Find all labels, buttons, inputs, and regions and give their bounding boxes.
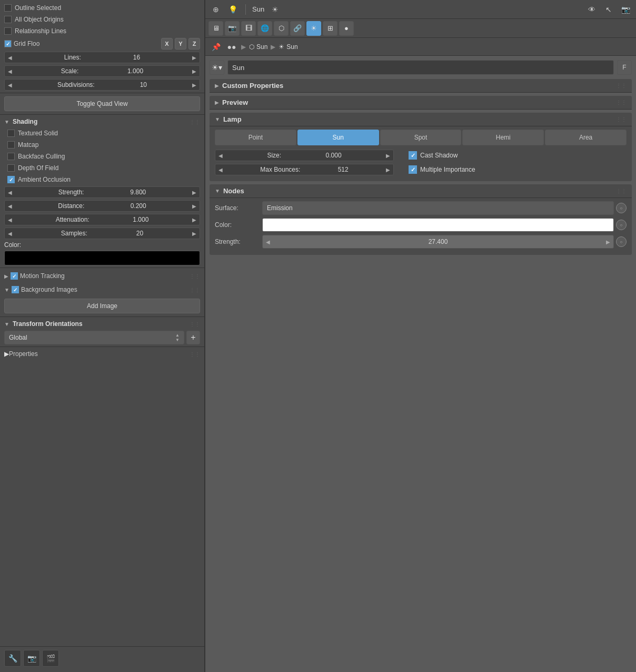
bottom-icon-2[interactable]: 📷 (23, 650, 40, 667)
motion-tracking-row[interactable]: ▶ Motion Tracking ⋮⋮ (0, 269, 204, 283)
all-object-origins-label: All Object Origins (15, 16, 64, 23)
all-object-origins-checkbox[interactable] (4, 16, 12, 23)
ao-distance-decrement[interactable]: ◀ (8, 203, 12, 209)
sun-icon[interactable]: ☀ (269, 3, 281, 16)
custom-properties-header[interactable]: ▶ Custom Properties ⋮⋮ (210, 79, 632, 93)
max-bounces-decrement[interactable]: ◀ (218, 167, 223, 173)
cursor-icon[interactable]: ↖ (602, 3, 615, 16)
color-node-circle[interactable]: ○ (616, 220, 627, 230)
lines-increment[interactable]: ▶ (192, 55, 196, 61)
outline-selected-checkbox[interactable] (4, 4, 12, 12)
max-bounces-increment[interactable]: ▶ (386, 167, 390, 173)
lamp-tab-point[interactable]: Point (215, 130, 296, 145)
matcap-checkbox[interactable] (7, 141, 15, 149)
ao-attenuation-increment[interactable]: ▶ (192, 217, 196, 223)
subdivisions-field[interactable]: ◀ Subdivisions: 10 ▶ (4, 79, 200, 91)
add-orientation-button[interactable]: + (186, 331, 200, 344)
ao-samples-decrement[interactable]: ◀ (8, 231, 12, 236)
cube-icon-btn[interactable]: ⬡ (274, 21, 289, 36)
eye-icon[interactable]: 👁 (585, 3, 598, 16)
lines-decrement[interactable]: ◀ (8, 55, 12, 61)
shading-section-header[interactable]: ▼ Shading ⋮⋮ (0, 116, 204, 127)
x-btn[interactable]: X (161, 38, 173, 50)
lamp-title: Lamp (223, 115, 242, 123)
f-button[interactable]: F (617, 60, 632, 75)
bottom-icon-3[interactable]: 🎬 (42, 650, 59, 667)
render-icon-btn[interactable]: 🖥 (208, 21, 223, 36)
relationship-lines-checkbox[interactable] (4, 27, 12, 35)
ao-samples-increment[interactable]: ▶ (192, 231, 196, 236)
ao-strength-increment[interactable]: ▶ (192, 190, 196, 195)
color-swatch[interactable] (4, 251, 200, 265)
ambient-occlusion-checkbox[interactable] (7, 176, 15, 183)
pin-icon[interactable]: 📌 (210, 41, 222, 53)
lamp-tab-sun[interactable]: Sun (297, 130, 379, 145)
surface-dropdown[interactable]: Emission (262, 201, 614, 215)
nodes-strength-decrement[interactable]: ◀ (266, 239, 270, 245)
motion-tracking-triangle-icon: ▶ (4, 273, 8, 279)
properties-row[interactable]: ▶ Properties ⋮⋮ (0, 348, 204, 360)
z-btn[interactable]: Z (188, 38, 200, 50)
dots-icon[interactable]: ●● (225, 41, 238, 53)
size-slider[interactable]: ◀ Size: 0.000 ▶ (215, 150, 394, 161)
backface-culling-checkbox[interactable] (7, 153, 15, 160)
depth-of-field-checkbox[interactable] (7, 164, 15, 172)
camera-capture-icon[interactable]: 📷 (619, 3, 632, 16)
grid-floo-checkbox[interactable] (4, 40, 12, 47)
ao-distance-field[interactable]: ◀ Distance: 0.200 ▶ (4, 200, 200, 212)
lamp-icon[interactable]: 💡 (226, 3, 239, 16)
lamp-tab-spot[interactable]: Spot (380, 130, 462, 145)
surface-row: Surface: Emission ○ (215, 201, 627, 215)
ao-strength-decrement[interactable]: ◀ (8, 190, 12, 195)
background-images-row[interactable]: ▼ Background Images ⋮⋮ (0, 283, 204, 297)
breadcrumb-sun[interactable]: ☀ Sun (279, 43, 297, 51)
lines-field[interactable]: ◀ Lines: 16 ▶ (4, 52, 200, 63)
textured-solid-checkbox[interactable] (7, 130, 15, 137)
scale-field[interactable]: ◀ Scale: 1.000 ▶ (4, 65, 200, 77)
y-btn[interactable]: Y (175, 38, 186, 50)
add-icon[interactable]: ⊕ (210, 3, 222, 16)
subdivisions-increment[interactable]: ▶ (192, 82, 196, 88)
background-images-checkbox[interactable] (12, 286, 19, 293)
toggle-quad-view-button[interactable]: Toggle Quad View (4, 96, 200, 111)
add-image-button[interactable]: Add Image (4, 299, 200, 313)
ao-samples-field[interactable]: ◀ Samples: 20 ▶ (4, 228, 200, 239)
cast-shadow-checkbox[interactable] (409, 151, 417, 160)
nodes-strength-increment[interactable]: ▶ (606, 239, 610, 245)
transform-orientations-header[interactable]: ▼ Transform Orientations ⋮⋮ (0, 318, 204, 330)
lamp-tab-hemi[interactable]: Hemi (462, 130, 544, 145)
sun-name-input[interactable] (227, 60, 614, 75)
pattern-icon-btn[interactable]: ⊞ (323, 21, 337, 36)
lamp-header[interactable]: ▼ Lamp ⋮⋮ (210, 113, 632, 126)
motion-tracking-checkbox[interactable] (11, 272, 18, 280)
ao-attenuation-field[interactable]: ◀ Attenuation: 1.000 ▶ (4, 214, 200, 225)
size-decrement[interactable]: ◀ (218, 153, 223, 159)
global-dropdown[interactable]: Global ▲▼ (4, 331, 184, 344)
camera-icon-btn[interactable]: 📷 (225, 21, 240, 36)
sun-selector-btn[interactable]: ☀▾ (210, 60, 224, 75)
strength-node-circle[interactable]: ○ (616, 236, 627, 247)
breadcrumb-cube[interactable]: ⬡ Sun (249, 43, 267, 51)
max-bounces-slider[interactable]: ◀ Max Bounces: 512 ▶ (215, 164, 394, 175)
preview-header[interactable]: ▶ Preview ⋮⋮ (210, 96, 632, 110)
nodes-strength-slider[interactable]: ◀ 27.400 ▶ (262, 235, 614, 249)
ao-strength-field[interactable]: ◀ Strength: 9.800 ▶ (4, 186, 200, 198)
ao-attenuation-decrement[interactable]: ◀ (8, 217, 12, 223)
chain-icon-btn[interactable]: 🔗 (290, 21, 305, 36)
surface-node-circle[interactable]: ○ (616, 203, 627, 213)
size-increment[interactable]: ▶ (386, 153, 390, 159)
ao-distance-increment[interactable]: ▶ (192, 203, 196, 209)
nodes-header[interactable]: ▼ Nodes ⋮⋮ (210, 184, 632, 198)
sun-active-icon-btn[interactable]: ☀ (306, 21, 321, 36)
subdivisions-decrement[interactable]: ◀ (8, 82, 12, 88)
bottom-icon-1[interactable]: 🔧 (4, 650, 21, 667)
render2-icon-btn[interactable]: 🎞 (241, 21, 256, 36)
scale-increment[interactable]: ▶ (192, 68, 196, 74)
lamp-tab-area[interactable]: Area (545, 130, 627, 145)
multiple-importance-checkbox[interactable] (409, 165, 417, 174)
dot-icon-btn[interactable]: ● (339, 21, 354, 36)
surface-label: Surface: (215, 204, 262, 212)
globe-icon-btn[interactable]: 🌐 (257, 21, 272, 36)
scale-decrement[interactable]: ◀ (8, 68, 12, 74)
nodes-color-swatch[interactable] (262, 218, 614, 232)
